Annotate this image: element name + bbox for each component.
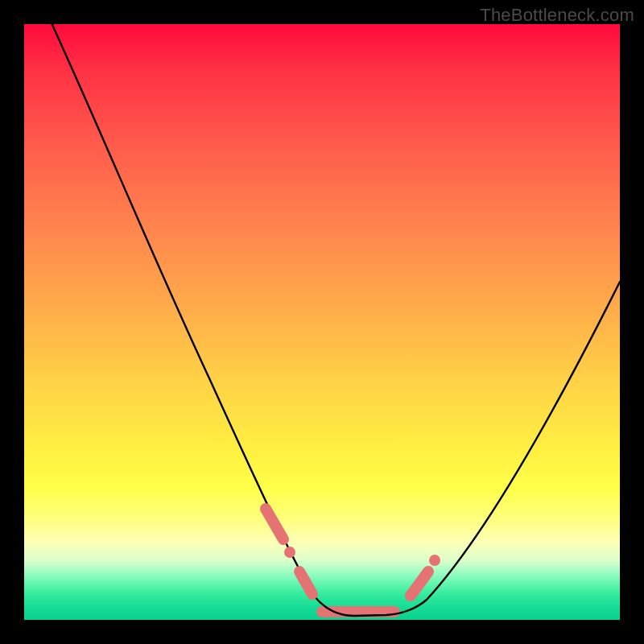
marker-left-upper-segment — [266, 509, 283, 539]
marker-right-dot — [429, 555, 440, 566]
bottleneck-curve-svg — [24, 24, 620, 620]
marker-left-lower-segment — [299, 572, 312, 594]
bottleneck-curve — [48, 24, 620, 616]
marker-right-lower-segment — [411, 572, 428, 596]
watermark-text: TheBottleneck.com — [480, 5, 634, 26]
plot-area — [24, 24, 620, 620]
marker-left-dot — [284, 547, 295, 558]
chart-frame: TheBottleneck.com — [0, 0, 644, 644]
